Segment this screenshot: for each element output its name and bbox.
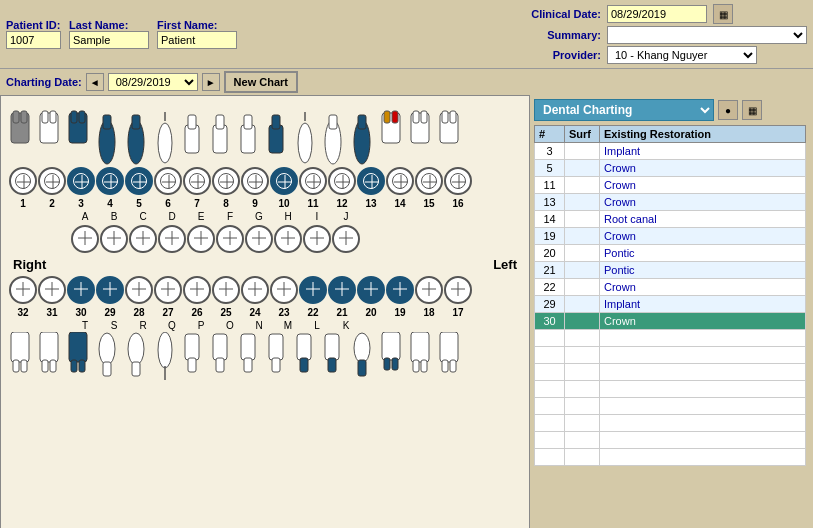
bot-circle-30[interactable] — [67, 276, 95, 304]
tooth-num-5: 5 — [125, 198, 153, 209]
panel-icon-btn-1[interactable]: ● — [718, 100, 738, 120]
table-row[interactable]: 11Crown — [535, 177, 806, 194]
svg-rect-130 — [79, 360, 85, 372]
tooth-circle-9[interactable] — [241, 167, 269, 195]
first-name-input[interactable] — [157, 31, 237, 49]
panel-title-select[interactable]: Dental Charting — [534, 99, 714, 121]
patient-id-input[interactable] — [6, 31, 61, 49]
bottom-numbers-row: 32313029282726252423222120191817 — [5, 306, 525, 319]
svg-rect-128 — [69, 332, 87, 362]
bot-circle-29[interactable] — [96, 276, 124, 304]
mid-circle-2[interactable] — [129, 225, 157, 253]
table-row[interactable]: 21Pontic — [535, 262, 806, 279]
calendar-button[interactable]: ▦ — [713, 4, 733, 24]
tooth-circle-14[interactable] — [386, 167, 414, 195]
cell-restoration: Crown — [600, 313, 806, 330]
bot-circle-31[interactable] — [38, 276, 66, 304]
mid-circle-6[interactable] — [245, 225, 273, 253]
mid-circle-1[interactable] — [100, 225, 128, 253]
tooth-circle-6[interactable] — [154, 167, 182, 195]
tooth-circle-5[interactable] — [125, 167, 153, 195]
bot-circle-32[interactable] — [9, 276, 37, 304]
svg-rect-134 — [132, 362, 140, 376]
cell-tooth-num: 29 — [535, 296, 565, 313]
bot-num-27: 27 — [154, 307, 182, 318]
tooth-circle-4[interactable] — [96, 167, 124, 195]
new-chart-button[interactable]: New Chart — [224, 71, 298, 93]
svg-rect-12 — [132, 115, 140, 129]
cell-surf — [565, 245, 600, 262]
svg-rect-36 — [442, 111, 448, 123]
mid-circle-7[interactable] — [274, 225, 302, 253]
tooth-num-9: 9 — [241, 198, 269, 209]
bot-num-20: 20 — [357, 307, 385, 318]
bot-circle-22[interactable] — [299, 276, 327, 304]
date-select[interactable]: 08/29/2019 — [108, 73, 198, 91]
table-row[interactable]: 5Crown — [535, 160, 806, 177]
bot-circle-18[interactable] — [415, 276, 443, 304]
cell-restoration: Pontic — [600, 245, 806, 262]
tooth-letter-I: I — [303, 211, 331, 222]
bot-letter-K: K — [332, 320, 360, 331]
table-row[interactable]: 19Crown — [535, 228, 806, 245]
bot-circle-28[interactable] — [125, 276, 153, 304]
bot-circle-19[interactable] — [386, 276, 414, 304]
summary-select[interactable] — [607, 26, 807, 44]
mid-circle-9[interactable] — [332, 225, 360, 253]
first-name-field: First Name: — [157, 19, 237, 49]
calendar-icon: ▦ — [719, 9, 728, 20]
tooth-num-16: 16 — [444, 198, 472, 209]
bot-circle-17[interactable] — [444, 276, 472, 304]
mid-circle-5[interactable] — [216, 225, 244, 253]
table-row[interactable]: 30Crown — [535, 313, 806, 330]
svg-rect-31 — [392, 111, 398, 123]
cell-surf — [565, 143, 600, 160]
bot-circle-27[interactable] — [154, 276, 182, 304]
last-name-input[interactable] — [69, 31, 149, 49]
tooth-circle-11[interactable] — [299, 167, 327, 195]
tooth-circle-7[interactable] — [183, 167, 211, 195]
tooth-letter-A: A — [71, 211, 99, 222]
bot-circle-20[interactable] — [357, 276, 385, 304]
tooth-circle-15[interactable] — [415, 167, 443, 195]
prev-date-button[interactable]: ◄ — [86, 73, 104, 91]
table-row[interactable]: 14Root canal — [535, 211, 806, 228]
mid-circle-0[interactable] — [71, 225, 99, 253]
tooth-num-7: 7 — [183, 198, 211, 209]
tooth-circle-13[interactable] — [357, 167, 385, 195]
tooth-circle-10[interactable] — [270, 167, 298, 195]
top-teeth-images — [5, 100, 525, 165]
clinical-date-input[interactable] — [607, 5, 707, 23]
table-row[interactable]: 29Implant — [535, 296, 806, 313]
bot-circle-23[interactable] — [270, 276, 298, 304]
mid-circle-3[interactable] — [158, 225, 186, 253]
bot-circle-26[interactable] — [183, 276, 211, 304]
table-row[interactable]: 22Crown — [535, 279, 806, 296]
mid-circle-8[interactable] — [303, 225, 331, 253]
next-date-button[interactable]: ► — [202, 73, 220, 91]
table-row[interactable]: 20Pontic — [535, 245, 806, 262]
table-row[interactable]: 13Crown — [535, 194, 806, 211]
svg-rect-122 — [11, 332, 29, 362]
cell-tooth-num: 20 — [535, 245, 565, 262]
bot-circle-24[interactable] — [241, 276, 269, 304]
tooth-circle-2[interactable] — [38, 167, 66, 195]
tooth-circle-1[interactable] — [9, 167, 37, 195]
bot-circle-25[interactable] — [212, 276, 240, 304]
table-row[interactable]: 3Implant — [535, 143, 806, 160]
cell-surf — [565, 194, 600, 211]
patient-id-label: Patient ID: — [6, 19, 61, 31]
table-row-empty — [535, 347, 806, 364]
bot-circle-21[interactable] — [328, 276, 356, 304]
first-name-label: First Name: — [157, 19, 237, 31]
mid-circle-4[interactable] — [187, 225, 215, 253]
svg-point-135 — [158, 332, 172, 368]
provider-select[interactable]: 10 - Khang Nguyer — [607, 46, 757, 64]
tooth-circle-12[interactable] — [328, 167, 356, 195]
cell-tooth-num: 11 — [535, 177, 565, 194]
tooth-circle-16[interactable] — [444, 167, 472, 195]
tooth-circle-3[interactable] — [67, 167, 95, 195]
tooth-circle-8[interactable] — [212, 167, 240, 195]
panel-icon-btn-2[interactable]: ▦ — [742, 100, 762, 120]
restoration-tbody: 3Implant5Crown11Crown13Crown14Root canal… — [535, 143, 806, 466]
